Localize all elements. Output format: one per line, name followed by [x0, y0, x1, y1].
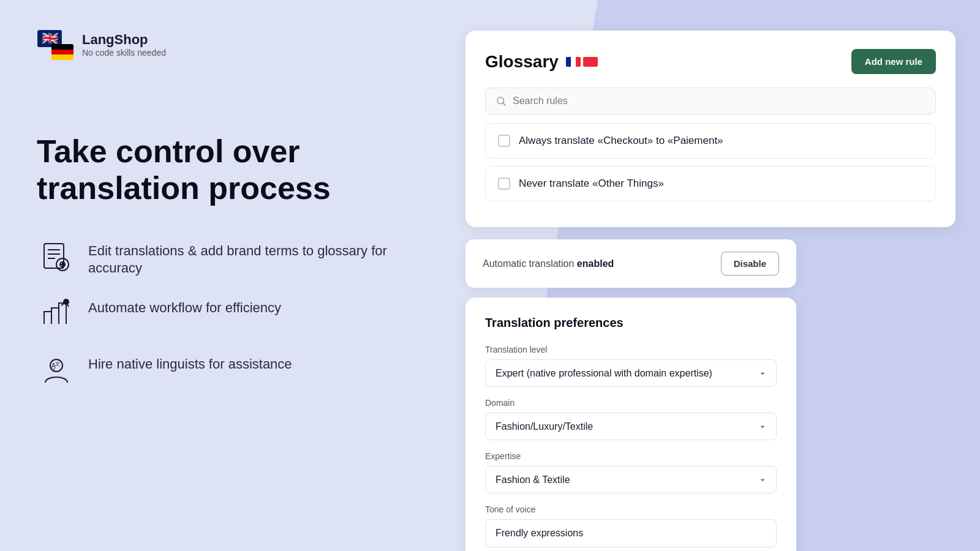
rule-item-1: Always translate «Checkout» to «Paiement… — [485, 123, 936, 159]
feature-text-hire: Hire native linguists for assistance — [88, 351, 292, 373]
logo-area: 🇬🇧 LangShop No code skills needed — [37, 29, 392, 60]
svg-text:文: 文 — [55, 361, 60, 367]
disable-button[interactable]: Disable — [721, 252, 779, 276]
expertise-field: Expertise Fashion & Textile — [485, 451, 777, 493]
auto-label: Automatic translation — [483, 258, 574, 269]
tone-field: Tone of voice — [485, 504, 777, 547]
rule-text-1: Always translate «Checkout» to «Paiement… — [519, 135, 723, 147]
feature-item-automate: Automate workflow for efficiency — [37, 294, 392, 334]
feature-item-edit: Edit translations & add brand terms to g… — [37, 238, 392, 277]
glossary-flags — [566, 57, 598, 67]
app-tagline: No code skills needed — [82, 48, 166, 58]
svg-line-14 — [503, 103, 505, 105]
flag-de-icon — [51, 44, 74, 60]
rule-text-2: Never translate «Other Things» — [519, 178, 664, 190]
logo-text: LangShop No code skills needed — [82, 32, 166, 58]
rule-checkbox-2[interactable] — [498, 178, 510, 190]
flag-french-icon — [566, 57, 581, 67]
bottom-row: Automatic translation enabled Disable Tr… — [466, 239, 956, 551]
translation-level-label: Translation level — [485, 345, 777, 354]
left-section: 🇬🇧 LangShop No code skills needed Take c… — [0, 0, 429, 419]
feature-text-edit: Edit translations & add brand terms to g… — [88, 238, 392, 277]
rule-checkbox-1[interactable] — [498, 135, 510, 147]
auto-translation-bar: Automatic translation enabled Disable — [466, 239, 796, 288]
automate-workflow-icon — [37, 294, 76, 334]
flag-red-icon — [583, 57, 598, 67]
hero-headline: Take control over translation process — [37, 133, 392, 207]
right-section: Glossary Add new rule — [429, 0, 980, 551]
rule-item-2: Never translate «Other Things» — [485, 166, 936, 201]
svg-point-13 — [497, 97, 504, 104]
search-box[interactable] — [485, 88, 936, 114]
hire-linguist-icon: A 文 T — [37, 351, 76, 390]
search-rules-input[interactable] — [513, 96, 925, 107]
translation-level-field: Translation level Expert (native profess… — [485, 345, 777, 387]
preferences-card: Translation preferences Translation leve… — [466, 298, 796, 551]
auto-pref-column: Automatic translation enabled Disable Tr… — [466, 239, 796, 551]
domain-label: Domain — [485, 398, 777, 408]
auto-translation-text: Automatic translation enabled — [483, 258, 614, 269]
feature-text-automate: Automate workflow for efficiency — [88, 294, 281, 317]
tone-input[interactable] — [485, 519, 777, 547]
tone-label: Tone of voice — [485, 504, 777, 514]
preferences-title: Translation preferences — [485, 316, 777, 330]
glossary-header: Glossary Add new rule — [485, 49, 936, 74]
expertise-label: Expertise — [485, 451, 777, 461]
hero-section: Take control over translation process — [37, 133, 392, 207]
translation-level-select[interactable]: Expert (native professional with domain … — [485, 359, 777, 387]
logo-flags: 🇬🇧 — [37, 29, 74, 60]
domain-field: Domain Fashion/Luxury/Textile — [485, 398, 777, 440]
edit-glossary-icon — [37, 238, 76, 277]
svg-text:T: T — [53, 368, 56, 372]
glossary-title: Glossary — [485, 52, 559, 72]
feature-list: Edit translations & add brand terms to g… — [37, 238, 392, 390]
domain-select[interactable]: Fashion/Luxury/Textile — [485, 413, 777, 440]
search-icon — [496, 96, 507, 107]
glossary-title-area: Glossary — [485, 52, 598, 72]
expertise-select[interactable]: Fashion & Textile — [485, 466, 777, 493]
auto-status: enabled — [577, 258, 614, 269]
glossary-card: Glossary Add new rule — [466, 31, 956, 227]
app-name: LangShop — [82, 32, 166, 48]
feature-item-hire: A 文 T Hire native linguists for assistan… — [37, 351, 392, 390]
add-new-rule-button[interactable]: Add new rule — [851, 49, 936, 74]
